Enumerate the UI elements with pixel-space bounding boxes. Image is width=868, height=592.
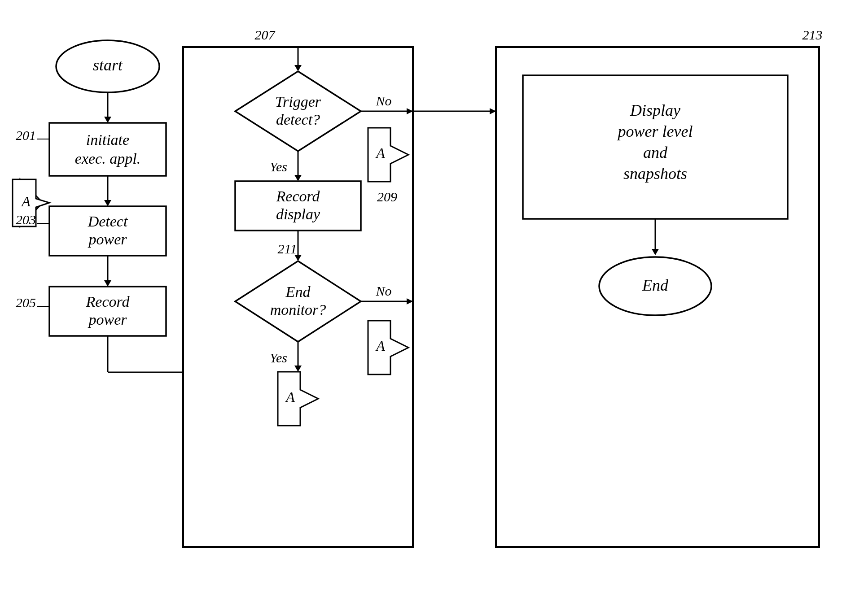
start-text: start bbox=[93, 56, 123, 74]
svg-rect-48 bbox=[49, 123, 166, 176]
ref-209: 209 bbox=[377, 189, 397, 204]
n209-l1: Record bbox=[276, 188, 320, 205]
ref-211: 211 bbox=[278, 241, 297, 256]
connector-a-yes-211: A bbox=[285, 389, 295, 405]
yes-label-207: Yes bbox=[270, 159, 287, 174]
n205-l1: Record bbox=[86, 293, 130, 310]
connector-a-left: A bbox=[21, 193, 31, 209]
ref-205: 205 bbox=[16, 295, 36, 310]
n201-l1: initiate bbox=[86, 131, 129, 148]
diagram-container: start initiate exec. appl. 201 A Detect … bbox=[0, 0, 868, 592]
n207-l2: detect? bbox=[276, 111, 320, 128]
ref-201: 201 bbox=[16, 128, 36, 143]
connector-a-no-211: A bbox=[375, 338, 385, 354]
n201-l2: exec. appl. bbox=[75, 150, 140, 167]
n207-l1: Trigger bbox=[275, 93, 321, 110]
n203-l2: power bbox=[88, 231, 127, 248]
no-label-211: No bbox=[375, 283, 391, 298]
n211-l1: End bbox=[285, 283, 311, 300]
ref-203: 203 bbox=[16, 212, 36, 227]
n211-l2: monitor? bbox=[270, 301, 326, 318]
n205-l2: power bbox=[88, 311, 127, 328]
yes-label-211: Yes bbox=[270, 350, 287, 365]
ref-207: 207 bbox=[255, 27, 276, 42]
no-label-207: No bbox=[375, 93, 391, 108]
n213-l1: Display bbox=[630, 101, 680, 119]
end-text: End bbox=[642, 276, 669, 294]
n213-l3: and bbox=[643, 144, 668, 161]
n203-l1: Detect bbox=[88, 213, 128, 230]
n213-l2: power level bbox=[617, 122, 693, 140]
ref-213: 213 bbox=[802, 27, 823, 42]
n209-l2: display bbox=[276, 206, 320, 222]
connector-a-no-207: A bbox=[375, 145, 385, 161]
n213-l4: snapshots bbox=[623, 165, 687, 183]
